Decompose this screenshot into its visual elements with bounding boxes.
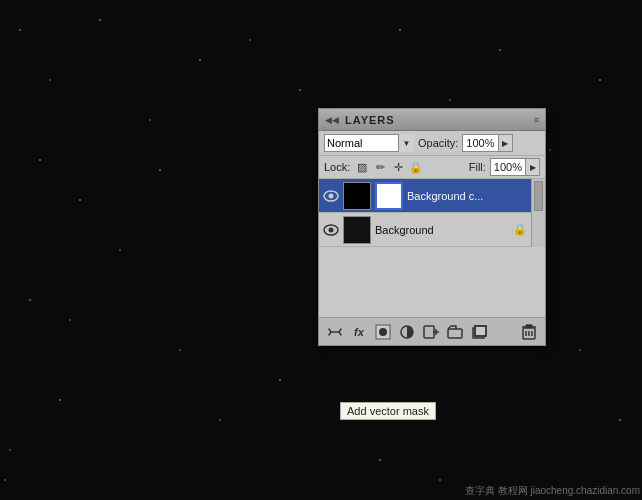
fill-value: 100% (491, 161, 525, 173)
panel-title: LAYERS (345, 114, 395, 126)
layer-lock-bg: 🔒 (513, 223, 527, 236)
eye-icon-bg[interactable] (323, 222, 339, 238)
layers-area: Background c... Background 🔒 (319, 179, 545, 247)
controls-row: Normal Multiply Screen ▼ Opacity: 100% ▶ (319, 131, 545, 156)
opacity-arrow[interactable]: ▶ (498, 135, 512, 151)
blend-mode-select[interactable]: Normal Multiply Screen (324, 134, 414, 152)
add-adjustment-button[interactable] (397, 322, 417, 342)
layer-thumbnail-bg-copy (343, 182, 371, 210)
eye-icon-bg-copy[interactable] (323, 188, 339, 204)
lock-icons: ▨ ✏ ✛ 🔒 (354, 159, 424, 175)
panel-collapse-icon[interactable]: ◀◀ (325, 115, 339, 125)
blend-mode-wrapper[interactable]: Normal Multiply Screen ▼ (324, 134, 414, 152)
watermark: 查字典 教程网 jiaocheng.chazidian.com (465, 484, 640, 498)
add-vector-mask-button[interactable] (421, 322, 441, 342)
opacity-wrapper[interactable]: 100% ▶ (462, 134, 512, 152)
panel-toolbar: fx (319, 317, 545, 345)
layer-thumbnail-bg (343, 216, 371, 244)
lock-label: Lock: (324, 161, 350, 173)
svg-rect-12 (475, 326, 486, 336)
add-mask-button[interactable] (373, 322, 393, 342)
fx-button[interactable]: fx (349, 322, 369, 342)
create-group-button[interactable] (445, 322, 465, 342)
panel-titlebar: ◀◀ LAYERS ≡ (319, 109, 545, 131)
svg-rect-7 (424, 326, 434, 338)
new-layer-button[interactable] (469, 322, 489, 342)
svg-point-1 (329, 193, 334, 198)
svg-point-3 (329, 227, 334, 232)
lock-all-btn[interactable]: 🔒 (408, 159, 424, 175)
scrollbar-track[interactable] (531, 179, 545, 247)
lock-transparent-btn[interactable]: ▨ (354, 159, 370, 175)
panel-menu-icon[interactable]: ≡ (534, 115, 539, 125)
layers-empty-area (319, 247, 545, 317)
lock-position-btn[interactable]: ✛ (390, 159, 406, 175)
layer-name-bg-copy: Background c... (407, 190, 527, 202)
layers-list: Background c... Background 🔒 (319, 179, 531, 247)
delete-layer-button[interactable] (519, 322, 539, 342)
link-layers-button[interactable] (325, 322, 345, 342)
scrollbar-thumb[interactable] (534, 181, 543, 211)
fill-label: Fill: (469, 161, 486, 173)
layer-item-bg[interactable]: Background 🔒 (319, 213, 531, 247)
lock-paint-btn[interactable]: ✏ (372, 159, 388, 175)
fill-arrow[interactable]: ▶ (525, 159, 539, 175)
lock-row: Lock: ▨ ✏ ✛ 🔒 Fill: 100% ▶ (319, 156, 545, 179)
layer-item-bg-copy[interactable]: Background c... (319, 179, 531, 213)
svg-rect-16 (526, 325, 532, 327)
svg-rect-10 (448, 329, 462, 338)
layer-mask-bg-copy (375, 182, 403, 210)
fill-wrapper[interactable]: 100% ▶ (490, 158, 540, 176)
layers-panel: ◀◀ LAYERS ≡ Normal Multiply Screen ▼ Opa… (318, 108, 546, 346)
svg-point-5 (379, 328, 387, 336)
layer-name-bg: Background (375, 224, 509, 236)
opacity-value: 100% (463, 137, 497, 149)
opacity-label: Opacity: (418, 137, 458, 149)
